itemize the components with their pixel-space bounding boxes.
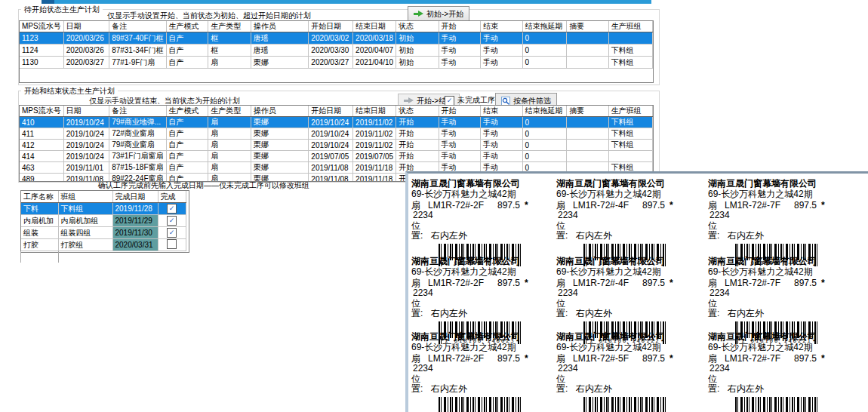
table-row[interactable]: 11232020/03/2689#37-40F门框自产框唐瑶2020/03/02… [20,32,653,45]
column-header[interactable]: 状态 [396,21,439,32]
checkbox-icon: ✓ [445,96,454,106]
barcode-label-card: 湖南亘晟门窗幕墙有限公司 69-长沙万科魅力之城42期 扇LM1R-72#-7F… [708,179,845,251]
table-row[interactable]: 11302020/03/2777#1-9F门扇自产扇栗娜2020/03/2720… [20,57,653,69]
cell: 手动 [481,45,523,57]
column-header[interactable]: 摘要 [567,106,609,117]
company-name: 湖南亘晟门窗幕墙有限公司 [556,332,694,342]
green-arrow-icon [414,11,423,17]
table-row[interactable]: 下料下料组2019/11/28✓ [21,203,186,215]
table-row[interactable]: 4122019/10/2479#商业窗扇自产扇栗娜2019/10/242019/… [20,140,653,151]
company-name: 湖南亘晟门窗幕墙有限公司 [411,179,549,189]
column-header[interactable]: 日期 [63,21,109,32]
cell: 87#31-34F门框 [109,45,166,57]
column-header[interactable]: 日期 [63,106,109,117]
done-checkbox-cell[interactable]: ✓ [158,227,186,239]
column-header[interactable]: MPS流水号 [20,21,63,32]
column-header[interactable]: 状态 [396,106,439,117]
column-header[interactable]: 完成 [158,191,186,203]
process-hint: 确认工序完成前先输入完成日期——仅未完成工序可以修改班组 [98,180,309,191]
cell: 412 [20,140,63,151]
column-header[interactable]: 生产班组 [608,106,652,117]
init-to-start-label: 初始->开始 [426,9,463,20]
cell: 79#商业窗扇 [109,140,166,151]
table-row[interactable]: 组装组装四组2019/11/30✓ [21,227,186,239]
table-row[interactable]: 4112019/10/2472#商业窗扇自产扇栗娜2019/10/242019/… [20,128,653,140]
column-header[interactable]: 生产班组 [608,21,652,32]
column-header[interactable]: 开始 [439,21,481,32]
table-row[interactable]: 4102019/10/2479#商业地弹...自产扇栗娜2019/10/2420… [20,117,653,128]
cell: 下料组 [608,140,652,151]
column-header[interactable]: 结束日期 [353,21,396,32]
done-checkbox-cell[interactable]: ✓ [158,203,186,215]
completion-date-cell[interactable]: 2019/11/29 [112,215,158,227]
cell: 手动 [439,32,481,45]
completion-date-cell[interactable]: 2019/11/28 [112,203,158,215]
cell: 扇 [208,140,251,151]
column-header[interactable]: 开始日期 [309,106,353,117]
cell: 自产 [166,162,208,174]
column-header[interactable]: 生产模式 [166,21,208,32]
column-header[interactable]: 备注 [109,21,166,32]
cell: 489 [20,174,63,183]
done-checkbox-cell[interactable] [158,239,186,251]
cell: 手动 [439,117,481,128]
cell: 2019/10/24 [309,128,353,140]
column-header[interactable]: 结束 [481,106,523,117]
completion-date-cell[interactable]: 2020/03/31 [112,239,158,251]
company-name: 湖南亘晟门窗幕墙有限公司 [556,179,694,189]
barcode: 2 010100 140139 [583,397,666,412]
table-row[interactable]: 11242020/03/2687#31-34F门框自产框唐瑶2020/03/30… [20,45,653,57]
cell: 2019/07/05 [353,151,396,162]
column-header[interactable]: 开始日期 [309,21,353,32]
column-header[interactable]: 生产模式 [166,106,208,117]
column-header[interactable]: 操作员 [251,106,309,117]
cell: 87#15-18F窗扇 [109,162,166,174]
checkbox-icon: ✓ [167,204,177,214]
cell [608,32,652,45]
project-name: 69-长沙万科魅力之城42期 [708,343,845,352]
column-header[interactable]: 摘要 [567,21,609,32]
cell: 2019/10/24 [309,140,353,151]
column-header[interactable]: 结束日期 [353,106,396,117]
column-header[interactable]: 开始 [439,106,481,117]
column-header[interactable]: 结束拖延期 [522,21,567,32]
cell: 410 [20,117,63,128]
cell: 开始 [396,140,439,151]
cell [567,117,609,128]
unfinished-process-checkbox[interactable]: ✓ 未完成工序 [445,95,495,106]
cell: 2020/03/27 [63,57,109,69]
spec-line: 扇LM1R-72#-7F897.5*2234 [708,201,845,220]
spec-line: 扇LM1R-72#-2F897.5*2234 [411,354,549,374]
init-to-start-button[interactable]: 初始->开始 [408,6,469,22]
cell: 2019/11/02 [353,128,396,140]
unfinished-process-label: 未完成工序 [457,95,495,106]
column-header[interactable]: MPS流水号 [20,106,63,117]
cell: 2020/03/02 [309,32,353,45]
column-header[interactable]: 结束 [481,21,523,32]
table-row[interactable]: 打胶打胶组2020/03/31 [21,239,186,251]
column-header[interactable]: 生产类型 [208,21,251,32]
barcode-label-card: 湖南亘晟门窗幕墙有限公司 69-长沙万科魅力之城42期 扇LM1R-72#-7F… [708,332,845,404]
column-header[interactable]: 完成日期 [112,191,158,203]
cell: 开始 [396,128,439,140]
cell: 框 [208,45,251,57]
column-header[interactable]: 备注 [109,106,166,117]
cell: 栗娜 [251,128,309,140]
cell: 2019/11/18 [353,162,396,174]
column-header[interactable]: 班组 [58,191,112,203]
completion-date-cell[interactable]: 2019/11/30 [112,227,158,239]
table-row[interactable]: 内扇机加内扇机加组2019/11/29✓ [21,215,186,227]
column-header[interactable]: 工序名称 [21,191,58,203]
done-checkbox-cell[interactable]: ✓ [158,215,186,227]
cell [608,151,652,162]
cell: 2019/11/01 [63,162,109,174]
cell: 栗娜 [251,151,309,162]
table-row[interactable]: 4142019/10/2473#1F门扇窗扇自产扇栗娜2019/07/05201… [20,151,653,162]
column-header[interactable]: 结束拖延期 [522,106,567,117]
column-header[interactable]: 操作员 [251,21,309,32]
checkbox-icon [167,239,177,249]
cell: 0 [522,57,567,69]
column-header[interactable]: 生产类型 [208,106,251,117]
company-name: 湖南亘晟门窗幕墙有限公司 [411,332,549,342]
cell: 打胶 [21,239,58,251]
